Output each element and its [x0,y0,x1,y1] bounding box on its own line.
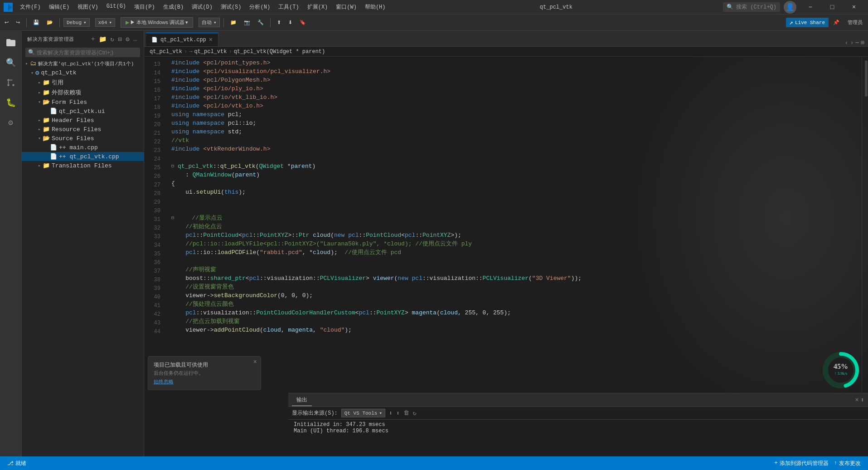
menu-git[interactable]: Git(G) [103,1,130,13]
menu-project[interactable]: 项目(P) [131,1,159,13]
search-icon-sidebar: 🔍 [28,49,35,56]
status-add-config[interactable]: + 添加到源代码管理器 [773,460,830,467]
debug-config-dropdown[interactable]: Debug ▾ [63,18,90,27]
chevron-down-icon: ▾ [83,20,87,25]
sidebar-item-resource-files[interactable]: ▸ 📁 Resource Files [22,125,144,134]
code-line-28: ui.setupUi(this); [171,188,858,196]
filter-icon[interactable]: ⚙ [125,34,131,44]
minimize-button[interactable]: − [800,0,821,15]
tab-chevron-left[interactable]: ‹ [845,39,849,46]
code-content[interactable]: #include <pcl/point_types.h> #include <p… [168,57,862,459]
collapse-icon[interactable]: ⊟ [117,34,123,44]
live-share-button[interactable]: ↗ Live Share [786,18,829,27]
activity-bar: 🔍 🐛 ⚙ [0,31,22,470]
code-line-16: #include <pcl/io/ply_io.h> [171,84,858,93]
sidebar-item-external-deps[interactable]: ▸ 📁 外部依赖项 [22,88,144,98]
sidebar-item-references[interactable]: ▸ 📁 引用 [22,78,144,88]
code-line-15: #include <pcl/PolygonMesh.h> [171,76,858,84]
pin-button[interactable]: 📌 [830,19,842,26]
title-bar: 文件(F) 编辑(E) 视图(V) Git(G) 项目(P) 生成(B) 调试(… [0,0,868,15]
code-line-43: //把点云加载到视窗 [171,317,858,326]
live-share-icon: ↗ [790,19,793,26]
tab-label: qt_pcl_vtk.cpp [160,37,206,43]
svg-point-1 [12,84,15,86]
scroll-thumb[interactable] [865,60,868,97]
project-node[interactable]: ▾ ⚙ qt_pcl_vtk [22,68,144,78]
global-search-input[interactable]: 搜索 (Ctrl+Q) [736,3,776,11]
status-branch[interactable]: ⎇ 就绪 [5,460,28,467]
refresh-icon[interactable]: ↻ [109,34,115,44]
toolbar-icon-5[interactable]: ⬇ [286,19,295,26]
notification-close-icon[interactable]: × [253,358,257,366]
breadcrumb-sep-2: › [228,49,232,55]
sidebar-item-header-files[interactable]: ▸ 📁 Header Files [22,116,144,125]
notification-link[interactable]: 始终忽略 [154,379,174,385]
code-line-20: using namespace pcl::io; [171,119,858,127]
code-line-36 [171,257,858,265]
close-button[interactable]: × [844,0,864,15]
sidebar-item-translation-files[interactable]: ▸ 📁 Translation Files [22,161,144,170]
code-line-33: pcl::PointCloud<pcl::PointXYZ>::Ptr clou… [171,231,858,240]
menu-edit[interactable]: 编辑(E) [45,1,73,13]
open-button[interactable]: 📂 [44,19,56,26]
menu-file[interactable]: 文件(F) [16,1,44,13]
breadcrumb-part-1[interactable]: qt_pcl_vtk [150,49,182,55]
sidebar-item-qt-pcl-vtk-cpp[interactable]: ▸ 📄 ++ qt_pcl_vtk.cpp [22,152,144,161]
menu-tools[interactable]: 工具(T) [275,1,303,13]
manage-button[interactable]: 管理员 [844,18,866,27]
chevron-down-icon-3: ▾ [213,20,217,25]
platform-dropdown[interactable]: x64 ▾ [95,18,115,27]
tab-more[interactable]: ⋯ [855,39,859,46]
menu-help[interactable]: 帮助(H) [361,1,389,13]
tab-bar: 📄 qt_pcl_vtk.cpp × ‹ › ⋯ ⊞ [144,31,868,47]
menu-window[interactable]: 窗口(W) [332,1,360,13]
sidebar-item-main-cpp[interactable]: ▸ 📄 ++ main.cpp [22,143,144,152]
activity-extensions[interactable]: ⚙ [3,114,19,131]
activity-git[interactable] [3,74,19,91]
undo-button[interactable]: ↩ [2,19,11,26]
toolbar-icon-3[interactable]: 🔧 [255,19,267,26]
sidebar-search-input[interactable] [37,49,137,56]
breadcrumb-part-3[interactable]: qt_pcl_vtk(QWidget * parent) [234,49,325,55]
code-line-21: using namespace std; [171,127,858,136]
save-button[interactable]: 💾 [30,19,42,26]
sidebar-item-ui-file[interactable]: ▸ 📄 qt_pcl_vtk.ui [22,107,144,116]
menu-view[interactable]: 视图(V) [74,1,102,13]
app-logo [4,3,13,12]
menu-extensions[interactable]: 扩展(X) [304,1,332,13]
menu-debug[interactable]: 调试(D) [188,1,216,13]
user-avatar[interactable]: 👤 [784,1,796,14]
code-line-27: { [171,179,858,188]
split-editor-icon[interactable]: ⊞ [861,39,864,46]
code-line-18: #include <pcl/io/vtk_io.h> [171,102,858,110]
sidebar-item-form-files[interactable]: ▾ 📂 Form Files [22,98,144,107]
new-file-icon[interactable]: + [90,34,96,44]
auto-dropdown[interactable]: 自动 ▾ [199,18,220,27]
menu-test[interactable]: 测试(S) [217,1,245,13]
menu-build[interactable]: 生成(B) [160,1,188,13]
more-icon[interactable]: … [132,34,138,44]
solution-label: 解决方案'qt_pcl_vtk'(1个项目/共1个) [38,60,134,67]
solution-node[interactable]: ▸ 🗂 解决方案'qt_pcl_vtk'(1个项目/共1个) [22,59,144,68]
activity-explorer[interactable] [3,34,19,51]
toolbar-icon-2[interactable]: 📷 [241,19,253,26]
tab-close-icon[interactable]: × [209,36,213,44]
maximize-button[interactable]: □ [822,0,843,15]
tab-chevron-right[interactable]: › [850,39,854,46]
new-folder-icon[interactable]: 📁 [98,34,108,44]
activity-search[interactable]: 🔍 [3,54,19,71]
toolbar-icon-4[interactable]: ⬆ [274,19,284,26]
toolbar-sep-3 [223,18,224,27]
menu-analyze[interactable]: 分析(N) [246,1,274,13]
code-line-31: ⊟ //显示点云 [171,214,858,222]
status-publish[interactable]: ↑ 发布更改 [832,460,863,467]
toolbar-icon-1[interactable]: 📁 [228,19,239,26]
sidebar-item-source-files[interactable]: ▾ 📂 Source Files [22,134,144,143]
toolbar-icon-6[interactable]: 🔖 [297,19,309,26]
sidebar-search[interactable]: 🔍 [25,48,140,57]
run-button[interactable]: ▶ ▶ 本地 Windows 调试器 ▾ [121,17,193,28]
breadcrumb-part-2[interactable]: qt_pcl_vtk [194,49,227,55]
activity-debug[interactable]: 🐛 [3,94,19,111]
tab-qt-pcl-vtk-cpp[interactable]: 📄 qt_pcl_vtk.cpp × [146,33,218,46]
redo-button[interactable]: ↪ [13,19,23,26]
